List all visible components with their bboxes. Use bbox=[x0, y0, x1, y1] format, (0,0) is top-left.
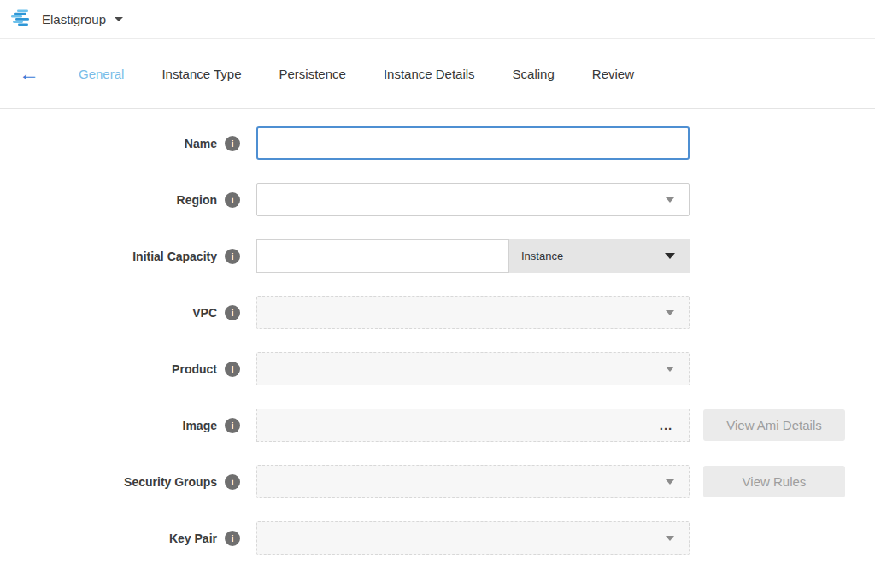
caret-down-icon bbox=[665, 253, 675, 259]
product-row: Product i bbox=[0, 352, 875, 385]
image-input: ... bbox=[256, 409, 690, 442]
name-input[interactable] bbox=[256, 126, 690, 160]
key-pair-label: Key Pair bbox=[169, 532, 217, 545]
info-icon[interactable]: i bbox=[225, 474, 240, 490]
capacity-unit-value: Instance bbox=[521, 250, 563, 262]
name-label: Name bbox=[185, 137, 217, 150]
topbar: Elastigroup bbox=[0, 0, 875, 39]
key-pair-dropdown bbox=[256, 521, 690, 555]
caret-down-icon bbox=[666, 479, 674, 485]
region-label: Region bbox=[177, 193, 217, 207]
tab-review[interactable]: Review bbox=[592, 67, 634, 81]
region-dropdown[interactable] bbox=[256, 183, 690, 216]
key-pair-row: Key Pair i bbox=[0, 521, 875, 555]
initial-capacity-input[interactable] bbox=[256, 239, 509, 273]
tab-general[interactable]: General bbox=[79, 67, 124, 81]
product-dropdown bbox=[256, 352, 690, 385]
capacity-unit-dropdown[interactable]: Instance bbox=[509, 239, 690, 273]
caret-down-icon bbox=[666, 367, 674, 372]
vpc-row: VPC i bbox=[0, 296, 875, 329]
info-icon[interactable]: i bbox=[225, 136, 240, 151]
vpc-label: VPC bbox=[192, 306, 217, 320]
back-arrow-icon[interactable]: ← bbox=[19, 63, 39, 84]
initial-capacity-label: Initial Capacity bbox=[132, 250, 217, 263]
caret-down-icon bbox=[666, 536, 674, 541]
app-switcher-label[interactable]: Elastigroup bbox=[42, 12, 106, 26]
info-icon[interactable]: i bbox=[225, 362, 240, 377]
image-row: Image i ... View Ami Details bbox=[0, 409, 875, 442]
image-value bbox=[257, 409, 643, 441]
view-ami-details-button[interactable]: View Ami Details bbox=[703, 409, 845, 441]
tab-persistence[interactable]: Persistence bbox=[279, 67, 346, 81]
image-label: Image bbox=[183, 419, 217, 432]
info-icon[interactable]: i bbox=[225, 249, 240, 264]
tab-instance-details[interactable]: Instance Details bbox=[384, 67, 475, 81]
info-icon[interactable]: i bbox=[225, 531, 240, 546]
wizard-tabs: General Instance Type Persistence Instan… bbox=[79, 67, 634, 81]
info-icon[interactable]: i bbox=[225, 418, 240, 433]
info-icon[interactable]: i bbox=[225, 192, 240, 208]
view-rules-button[interactable]: View Rules bbox=[703, 466, 845, 497]
security-groups-dropdown bbox=[256, 465, 690, 498]
initial-capacity-row: Initial Capacity i Instance bbox=[0, 239, 875, 273]
image-browse-button[interactable]: ... bbox=[643, 409, 689, 441]
info-icon[interactable]: i bbox=[225, 305, 240, 320]
tab-scaling[interactable]: Scaling bbox=[513, 67, 555, 81]
security-groups-label: Security Groups bbox=[124, 475, 217, 489]
vpc-dropdown bbox=[256, 296, 690, 329]
product-label: Product bbox=[172, 362, 217, 376]
name-row: Name i bbox=[0, 126, 875, 160]
region-row: Region i bbox=[0, 183, 875, 216]
tab-instance-type[interactable]: Instance Type bbox=[161, 67, 241, 81]
security-groups-row: Security Groups i View Rules bbox=[0, 465, 875, 498]
chevron-down-icon[interactable] bbox=[115, 17, 123, 21]
elastigroup-logo-icon bbox=[11, 9, 33, 29]
caret-down-icon bbox=[666, 310, 674, 315]
wizard-tabbar: ← General Instance Type Persistence Inst… bbox=[0, 39, 875, 109]
general-settings-form: Name i Region i Initial Capacity i Insta… bbox=[0, 109, 875, 555]
caret-down-icon bbox=[666, 197, 674, 203]
